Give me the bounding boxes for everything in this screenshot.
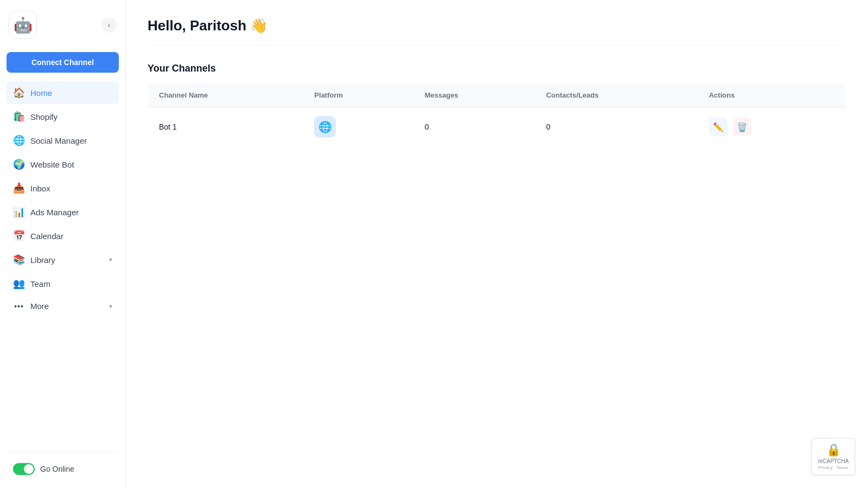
sidebar-item-more[interactable]: ••• More ▾ — [7, 296, 119, 316]
team-icon: 👥 — [13, 278, 25, 290]
col-header-actions: Actions — [698, 84, 846, 107]
sidebar-nav: 🏠 Home 🛍️ Shopify 🌐 Social Manager 🌍 Web… — [7, 81, 119, 452]
sidebar-item-label-inbox: Inbox — [30, 184, 50, 193]
cell-platform: 🌐 — [303, 107, 413, 147]
logo-icon: 🤖 — [14, 16, 33, 34]
sidebar-item-team[interactable]: 👥 Team — [7, 272, 119, 295]
recaptcha-subtext: Privacy - Terms — [819, 465, 848, 470]
col-header-messages: Messages — [414, 84, 535, 107]
main-content: Hello, Paritosh 👋 Your Channels Channel … — [126, 0, 868, 488]
sidebar-header: 🤖 ‹ — [7, 9, 119, 41]
sidebar-item-ads-manager[interactable]: 📊 Ads Manager — [7, 201, 119, 223]
sidebar-item-library[interactable]: 📚 Library ▾ — [7, 248, 119, 271]
connect-channel-button[interactable]: Connect Channel — [7, 52, 119, 73]
greeting-heading: Hello, Paritosh 👋 — [148, 17, 846, 46]
table-body: Bot 1 🌐 0 0 ✏️ 🗑️ — [148, 107, 846, 147]
platform-icon-wrapper: 🌐 — [314, 116, 336, 138]
sidebar-item-label-ads-manager: Ads Manager — [30, 208, 79, 217]
globe-icon: 🌐 — [318, 120, 332, 133]
delete-channel-button[interactable]: 🗑️ — [733, 118, 751, 136]
chevron-down-icon-more: ▾ — [109, 303, 112, 310]
cell-channel-name: Bot 1 — [148, 107, 304, 147]
sidebar-item-label-social-manager: Social Manager — [30, 136, 87, 145]
app-logo: 🤖 — [9, 11, 37, 39]
ads-manager-icon: 📊 — [13, 206, 25, 218]
home-icon: 🏠 — [13, 87, 25, 99]
website-bot-icon: 🌍 — [13, 158, 25, 170]
go-online-row: Go Online — [7, 459, 119, 479]
channels-table: Channel Name Platform Messages Contacts/… — [148, 83, 846, 147]
shopify-icon: 🛍️ — [13, 111, 25, 123]
channels-section-title: Your Channels — [148, 63, 846, 74]
sidebar-item-label-library: Library — [30, 255, 55, 265]
cell-messages: 0 — [414, 107, 535, 147]
more-icon: ••• — [13, 302, 25, 311]
library-icon: 📚 — [13, 254, 25, 266]
sidebar-item-label-more: More — [30, 301, 49, 311]
go-online-toggle[interactable] — [13, 463, 35, 475]
col-header-channel-name: Channel Name — [148, 84, 304, 107]
sidebar: 🤖 ‹ Connect Channel 🏠 Home 🛍️ Shopify 🌐 … — [0, 0, 126, 488]
sidebar-item-home[interactable]: 🏠 Home — [7, 81, 119, 104]
collapse-sidebar-button[interactable]: ‹ — [101, 17, 117, 33]
cell-actions: ✏️ 🗑️ — [698, 107, 846, 147]
go-online-label: Go Online — [40, 465, 74, 473]
sidebar-item-label-team: Team — [30, 279, 50, 288]
cell-contacts-leads: 0 — [535, 107, 698, 147]
sidebar-item-label-website-bot: Website Bot — [30, 160, 74, 169]
sidebar-item-label-calendar: Calendar — [30, 232, 63, 241]
sidebar-item-inbox[interactable]: 📥 Inbox — [7, 177, 119, 200]
table-header: Channel Name Platform Messages Contacts/… — [148, 84, 846, 107]
sidebar-item-website-bot[interactable]: 🌍 Website Bot — [7, 153, 119, 176]
sidebar-item-shopify[interactable]: 🛍️ Shopify — [7, 105, 119, 128]
col-header-platform: Platform — [303, 84, 413, 107]
chevron-down-icon: ▾ — [109, 256, 112, 264]
table-row: Bot 1 🌐 0 0 ✏️ 🗑️ — [148, 107, 846, 147]
recaptcha-badge: 🔒 reCAPTCHA Privacy - Terms — [812, 438, 855, 475]
social-manager-icon: 🌐 — [13, 134, 25, 146]
col-header-contacts-leads: Contacts/Leads — [535, 84, 698, 107]
sidebar-bottom: Go Online — [7, 452, 119, 479]
sidebar-item-social-manager[interactable]: 🌐 Social Manager — [7, 129, 119, 152]
sidebar-item-calendar[interactable]: 📅 Calendar — [7, 224, 119, 247]
recaptcha-text: reCAPTCHA — [818, 458, 849, 464]
calendar-icon: 📅 — [13, 230, 25, 242]
sidebar-item-label-shopify: Shopify — [30, 112, 58, 121]
edit-channel-button[interactable]: ✏️ — [709, 118, 727, 136]
sidebar-item-label-home: Home — [30, 88, 52, 98]
inbox-icon: 📥 — [13, 182, 25, 194]
recaptcha-logo: 🔒 — [818, 443, 849, 457]
